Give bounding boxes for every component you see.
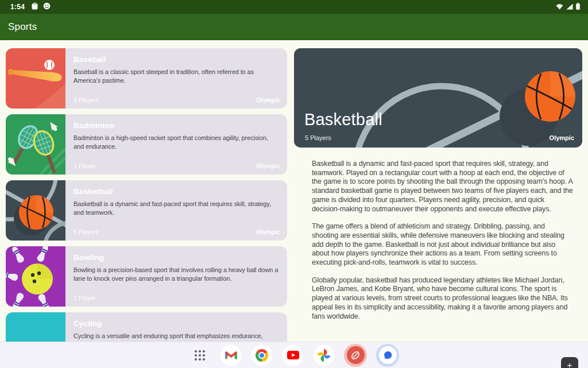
notification-app-icon — [32, 2, 38, 12]
card-players: 5 Players — [74, 228, 99, 235]
card-olympic-badge: Olympic — [257, 162, 280, 169]
card-text: Cycling Cycling is a versatile and endur… — [65, 312, 287, 342]
card-description: Basketball is a dynamic and fast-paced s… — [74, 200, 279, 216]
chrome-logo — [256, 349, 268, 362]
plus-button[interactable]: + — [561, 357, 578, 368]
sports-app-icon[interactable] — [344, 344, 367, 367]
card-text: Basketball Basketball is a dynamic and f… — [65, 180, 287, 241]
detail-paragraph-3: Globally popular, basketball has produce… — [312, 276, 573, 321]
status-clock: 1:54 — [10, 3, 25, 11]
basketball-thumbnail — [6, 180, 65, 241]
bowling-thumbnail — [6, 246, 65, 307]
card-title: Basketball — [74, 187, 279, 196]
card-players: 9 Players — [74, 96, 99, 103]
card-title: Bowling — [74, 253, 279, 262]
card-text: Badminton Badminton is a high-speed rack… — [65, 114, 287, 175]
card-olympic-badge: Olympic — [257, 96, 280, 103]
battery-icon — [576, 2, 580, 12]
page-title: Sports — [8, 21, 37, 33]
card-players: 1 Player — [74, 162, 96, 169]
detail-title: Basketball — [304, 110, 382, 129]
gmail-icon[interactable] — [220, 344, 242, 366]
detail-olympic-badge: Olympic — [550, 134, 574, 141]
youtube-icon[interactable] — [282, 344, 304, 366]
screen: 1:54 Sports — [0, 0, 588, 368]
app-bar: Sports — [0, 14, 588, 40]
card-title: Cycling — [74, 319, 279, 328]
card-description: Baseball is a classic sport steeped in t… — [74, 68, 279, 84]
wifi-icon — [556, 2, 563, 12]
card-players: 1 Player — [74, 295, 96, 301]
card-description: Badminton is a high-speed racket sport t… — [74, 134, 279, 150]
notification-face-icon — [43, 2, 51, 12]
taskbar — [0, 342, 588, 368]
list-item-bowling[interactable]: Bowling Bowling is a precision-based spo… — [6, 246, 287, 307]
card-text: Bowling Bowling is a precision-based spo… — [65, 246, 287, 307]
detail-description: Basketball is a dynamic and fast-paced s… — [312, 160, 573, 321]
card-title: Baseball — [74, 55, 279, 64]
app-grid-icon[interactable] — [189, 344, 211, 366]
basketball-hero-image: Basketball 5 Players Olympic — [294, 48, 582, 148]
card-title: Badminton — [74, 121, 279, 130]
messages-icon[interactable] — [376, 344, 399, 367]
list-item-cycling[interactable]: Cycling Cycling is a versatile and endur… — [6, 312, 287, 342]
sports-list: Baseball Baseball is a classic sport ste… — [6, 48, 287, 342]
detail-paragraph-1: Basketball is a dynamic and fast-paced s… — [312, 160, 573, 214]
detail-paragraph-2: The game offers a blend of athleticism a… — [312, 222, 573, 268]
detail-pane: Basketball 5 Players Olympic Basketball … — [294, 48, 582, 330]
chrome-icon[interactable] — [251, 344, 273, 366]
card-description: Cycling is a versatile and enduring spor… — [74, 332, 279, 342]
signal-icon — [566, 2, 573, 12]
detail-players: 5 Players — [305, 134, 331, 141]
list-item-baseball[interactable]: Baseball Baseball is a classic sport ste… — [6, 48, 287, 109]
card-text: Baseball Baseball is a classic sport ste… — [65, 48, 287, 109]
card-olympic-badge: Olympic — [257, 228, 280, 235]
status-bar: 1:54 — [0, 0, 588, 14]
badminton-thumbnail — [6, 114, 65, 175]
list-item-badminton[interactable]: Badminton Badminton is a high-speed rack… — [6, 114, 287, 175]
baseball-thumbnail — [6, 48, 65, 109]
photos-icon[interactable] — [313, 344, 335, 366]
card-description: Bowling is a precision-based sport that … — [74, 266, 279, 282]
list-item-basketball[interactable]: Basketball Basketball is a dynamic and f… — [6, 180, 287, 241]
cycling-thumbnail — [6, 312, 65, 342]
